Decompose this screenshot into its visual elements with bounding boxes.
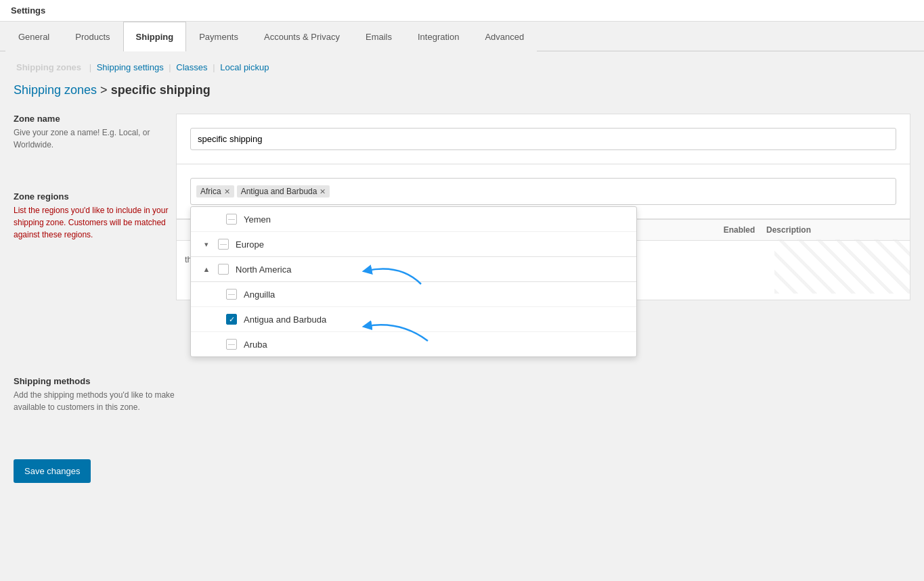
dropdown-item-antigua[interactable]: Antigua and Barbuda: [191, 307, 636, 332]
page-title: Settings: [11, 5, 45, 16]
tag-africa: Africa ✕: [196, 185, 234, 197]
right-panel-wrapper: Africa ✕ Antigua and Barbuda ✕: [176, 114, 910, 432]
shipping-methods-desc: Add the shipping methods you'd like to m…: [14, 389, 176, 413]
zone-name-panel: [176, 114, 910, 164]
zone-regions-desc: List the regions you'd like to include i…: [14, 204, 176, 241]
zone-name-label: Zone name: [14, 114, 176, 124]
col-enabled-header: Enabled: [712, 225, 766, 235]
tab-payments[interactable]: Payments: [186, 22, 251, 51]
dropdown-label-antigua: Antigua and Barbuda: [244, 315, 326, 325]
tab-integration[interactable]: Integration: [405, 22, 472, 51]
dropdown-label-europe: Europe: [236, 239, 264, 250]
empty-pattern: [774, 239, 910, 294]
zone-regions-section: Zone regions List the regions you'd like…: [14, 191, 176, 241]
tab-accounts-privacy[interactable]: Accounts & Privacy: [251, 22, 353, 51]
sub-nav: Shipping zones | Shipping settings | Cla…: [14, 62, 910, 72]
tab-emails[interactable]: Emails: [353, 22, 405, 51]
tag-antigua: Antigua and Barbuda ✕: [237, 185, 330, 197]
checkbox-aruba: [226, 339, 237, 350]
zone-name-section: Zone name Give your zone a name! E.g. Lo…: [14, 114, 176, 151]
sub-nav-local-pickup[interactable]: Local pickup: [220, 62, 269, 72]
sub-nav-sep-2: |: [169, 62, 173, 72]
breadcrumb-current: specific shipping: [111, 83, 211, 97]
sub-nav-shipping-settings[interactable]: Shipping settings: [97, 62, 164, 72]
dropdown-label-yemen: Yemen: [244, 214, 271, 225]
zone-regions-panel: Africa ✕ Antigua and Barbuda ✕: [176, 164, 910, 219]
region-selector-wrapper: Africa ✕ Antigua and Barbuda ✕: [190, 178, 896, 205]
breadcrumb-link[interactable]: Shipping zones: [14, 83, 97, 97]
checkbox-north-america: [218, 264, 229, 275]
zone-regions-label: Zone regions: [14, 191, 176, 202]
tab-products[interactable]: Products: [62, 22, 123, 51]
sub-nav-classes[interactable]: Classes: [176, 62, 207, 72]
tab-general[interactable]: General: [5, 22, 62, 51]
shipping-methods-section: Shipping methods Add the shipping method…: [14, 376, 176, 413]
tabs-bar: General Products Shipping Payments Accou…: [0, 22, 924, 51]
checkbox-yemen: [226, 214, 237, 225]
tag-africa-remove[interactable]: ✕: [224, 188, 230, 195]
left-panel: Zone name Give your zone a name! E.g. Lo…: [14, 114, 176, 432]
zone-name-desc: Give your zone a name! E.g. Local, or Wo…: [14, 126, 176, 151]
sub-nav-sep-3: |: [213, 62, 217, 72]
shipping-methods-label: Shipping methods: [14, 376, 176, 386]
checkbox-europe: [218, 239, 229, 250]
zone-name-input[interactable]: [190, 128, 896, 150]
region-dropdown[interactable]: Yemen ▾ Europe ▲ North America: [190, 206, 637, 357]
dropdown-item-aruba[interactable]: Aruba: [191, 332, 636, 356]
dropdown-group-north-america[interactable]: ▲ North America: [191, 257, 636, 282]
save-button[interactable]: Save changes: [14, 459, 91, 483]
dropdown-item-anguilla[interactable]: Anguilla: [191, 282, 636, 307]
checkbox-anguilla: [226, 289, 237, 300]
breadcrumb: Shipping zones > specific shipping: [14, 83, 910, 97]
main-layout: Zone name Give your zone a name! E.g. Lo…: [14, 114, 910, 432]
dropdown-group-europe[interactable]: ▾ Europe: [191, 232, 636, 257]
chevron-north-america: ▲: [202, 265, 211, 273]
save-section: Save changes: [14, 446, 910, 483]
dropdown-label-aruba: Aruba: [244, 340, 267, 350]
tag-antigua-remove[interactable]: ✕: [320, 188, 326, 195]
tag-africa-label: Africa: [200, 187, 221, 196]
content-area: Shipping zones | Shipping settings | Cla…: [0, 51, 924, 565]
sub-nav-label: Shipping zones: [16, 62, 81, 72]
region-selector-box[interactable]: Africa ✕ Antigua and Barbuda ✕: [190, 178, 896, 205]
dropdown-label-north-america: North America: [236, 264, 291, 275]
tab-advanced[interactable]: Advanced: [472, 22, 537, 51]
dropdown-item-yemen[interactable]: Yemen: [191, 207, 636, 232]
dropdown-label-anguilla: Anguilla: [244, 289, 275, 300]
col-desc-header: Description: [766, 225, 902, 235]
sub-nav-sep-1: |: [89, 62, 94, 72]
top-bar: Settings: [0, 0, 924, 22]
breadcrumb-separator: >: [100, 83, 111, 97]
chevron-europe: ▾: [202, 240, 211, 249]
tag-antigua-label: Antigua and Barbuda: [241, 187, 317, 196]
checkbox-antigua: [226, 314, 237, 325]
tab-shipping[interactable]: Shipping: [123, 22, 187, 51]
